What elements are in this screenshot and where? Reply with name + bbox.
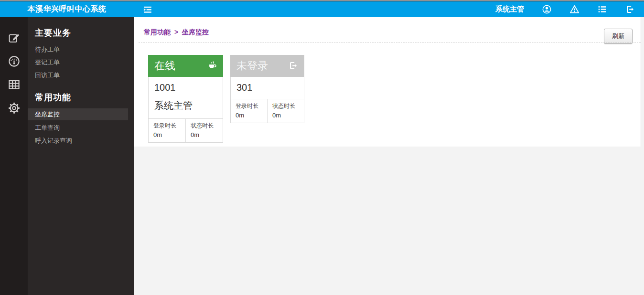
- agent-card-footer: 登录时长 0m 状态时长 0m: [231, 99, 304, 123]
- state-duration-cell: 状态时长 0m: [267, 99, 304, 123]
- app-root: 本溪华兴呼叫中心系统 系统主管: [0, 0, 644, 295]
- breadcrumb-parent[interactable]: 常用功能: [144, 28, 171, 36]
- breadcrumb-divider: [139, 42, 641, 42]
- logout-icon: [288, 61, 299, 72]
- login-duration-cell: 登录时长 0m: [231, 99, 267, 123]
- main-area: 常用功能 > 坐席监控 刷新 在线: [134, 17, 644, 295]
- topbar-actions: 系统主管: [495, 4, 644, 14]
- agent-id: 301: [236, 79, 298, 95]
- state-duration-label: 状态时长: [272, 102, 302, 110]
- agent-card-online: 在线 1001 系统主管: [148, 55, 223, 143]
- sidebar-menu: 主要业务 待办工单 登记工单 回访工单 常用功能 坐席监控 工单查询 呼入记录查…: [28, 17, 134, 295]
- login-duration-label: 登录时长: [236, 102, 265, 110]
- agent-status-label: 未登录: [236, 59, 268, 73]
- warning-icon[interactable]: [569, 4, 580, 14]
- agent-card-body: 301: [231, 77, 304, 99]
- sidebar-icon-strip: [0, 17, 28, 295]
- agent-card-header: 在线: [148, 55, 223, 77]
- login-duration-value: 0m: [153, 131, 183, 138]
- sidebar-section-main-business: 主要业务: [28, 17, 134, 43]
- agent-card-body: 1001 系统主管: [149, 77, 223, 118]
- table-icon[interactable]: [8, 78, 21, 91]
- login-duration-cell: 登录时长 0m: [149, 119, 185, 142]
- window-top-edge: [0, 0, 644, 1]
- gear-icon[interactable]: [8, 102, 21, 115]
- logout-icon[interactable]: [625, 4, 635, 14]
- agent-id: 1001: [154, 79, 217, 95]
- login-duration-value: 0m: [236, 112, 265, 119]
- topbar: 本溪华兴呼叫中心系统 系统主管: [0, 1, 644, 17]
- sidebar-item-followup-tickets[interactable]: 回访工单: [28, 69, 134, 82]
- agent-name: 系统主管: [154, 95, 217, 115]
- agent-card-footer: 登录时长 0m 状态时长 0m: [149, 118, 223, 142]
- sidebar-item-register-tickets[interactable]: 登记工单: [28, 56, 134, 69]
- app-title: 本溪华兴呼叫中心系统: [0, 4, 134, 14]
- sidebar-item-pending-tickets[interactable]: 待办工单: [28, 43, 134, 56]
- login-duration-label: 登录时长: [153, 122, 183, 130]
- coffee-cup-icon: [207, 61, 218, 72]
- breadcrumb-separator: >: [174, 28, 178, 36]
- state-duration-label: 状态时长: [191, 122, 221, 130]
- state-duration-value: 0m: [191, 131, 221, 138]
- breadcrumb: 常用功能 > 坐席监控: [144, 28, 209, 37]
- agent-status-label: 在线: [154, 59, 175, 73]
- user-circle-icon[interactable]: [542, 4, 552, 14]
- state-duration-cell: 状态时长 0m: [185, 119, 223, 142]
- content-panel: 常用功能 > 坐席监控 刷新 在线: [134, 17, 641, 147]
- breadcrumb-current[interactable]: 坐席监控: [182, 28, 209, 36]
- sidebar-item-ticket-query[interactable]: 工单查询: [28, 121, 134, 134]
- current-user-label[interactable]: 系统主管: [495, 5, 524, 14]
- collapse-menu-icon[interactable]: [142, 4, 154, 15]
- gauge-icon[interactable]: [8, 55, 21, 68]
- list-icon[interactable]: [597, 4, 607, 14]
- sidebar-item-inbound-call-query[interactable]: 呼入记录查询: [28, 134, 134, 147]
- sidebar-item-agent-monitor[interactable]: 坐席监控: [28, 108, 128, 120]
- sidebar-section-common-functions: 常用功能: [28, 82, 134, 107]
- state-duration-value: 0m: [272, 112, 302, 119]
- agent-card-header: 未登录: [230, 55, 304, 77]
- agent-card-offline: 未登录 301 登录: [230, 55, 304, 123]
- edit-icon[interactable]: [8, 32, 21, 44]
- agent-cards: 在线 1001 系统主管: [148, 55, 304, 143]
